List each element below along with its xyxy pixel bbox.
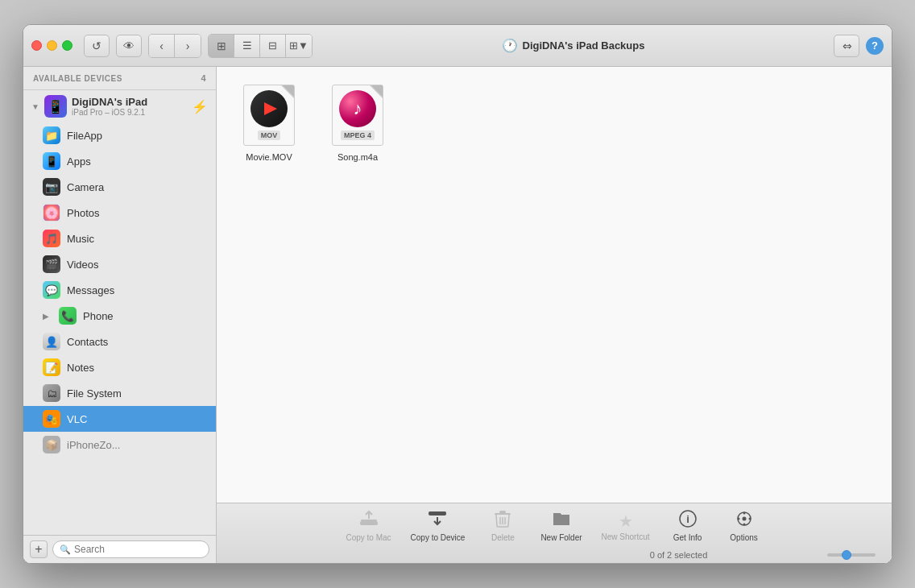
main-area: AVAILABLE DEVICES 4 ▼ 📱 DigiDNA's iPad i…	[23, 67, 892, 563]
svg-point-12	[737, 518, 739, 520]
bottom-toolbar: Copy to Mac Copy to Device	[217, 503, 892, 563]
nav-buttons: ‹ ›	[148, 34, 201, 58]
forward-button[interactable]: ›	[175, 35, 201, 57]
sidebar-footer: + 🔍	[23, 535, 216, 563]
options-button[interactable]: Options	[716, 507, 772, 545]
notes-label: Notes	[67, 362, 94, 374]
new-folder-button[interactable]: New Folder	[531, 507, 591, 545]
phone-icon: 📞	[59, 307, 77, 325]
sidebar-item-music[interactable]: 🎵 Music	[23, 226, 216, 251]
copy-to-device-button[interactable]: Copy to Device	[401, 507, 475, 545]
svg-point-10	[743, 512, 745, 515]
search-box[interactable]: 🔍	[52, 540, 209, 558]
history-icon: 🕐	[502, 38, 518, 53]
help-icon: ?	[872, 39, 878, 52]
sidebar-item-fileapp[interactable]: 📁 FileApp	[23, 122, 216, 148]
apps-label: Apps	[67, 155, 91, 168]
partial-icon: 📦	[43, 436, 60, 453]
minimize-button[interactable]	[47, 40, 57, 51]
sidebar-item-camera[interactable]: 📷 Camera	[23, 174, 216, 200]
forward-icon: ›	[186, 39, 190, 52]
svg-point-13	[748, 518, 751, 520]
grid-icon: ⊞	[217, 39, 226, 52]
slider-thumb[interactable]	[842, 550, 851, 560]
sidebar: AVAILABLE DEVICES 4 ▼ 📱 DigiDNA's iPad i…	[23, 67, 217, 563]
status-text: 0 of 2 selected	[530, 550, 827, 560]
song-filename: Song.m4a	[337, 152, 378, 162]
device-item[interactable]: ▼ 📱 DigiDNA's iPad iPad Pro – iOS 9.2.1 …	[23, 90, 216, 122]
new-shortcut-label: New Shortcut	[602, 532, 650, 541]
sidebar-header: AVAILABLE DEVICES 4	[23, 67, 216, 90]
device-subtitle: iPad Pro – iOS 9.2.1	[72, 108, 147, 117]
apps-icon: 📱	[43, 152, 60, 170]
sidebar-item-phone[interactable]: ▶ 📞 Phone	[23, 303, 216, 329]
usb-icon: ⚡	[192, 99, 208, 114]
music-icon: 🎵	[43, 230, 60, 247]
status-bar: 0 of 2 selected	[225, 549, 884, 563]
delete-label: Delete	[491, 533, 515, 542]
sidebar-item-messages[interactable]: 💬 Messages	[23, 277, 216, 303]
back-button[interactable]: ‹	[149, 35, 175, 57]
svg-point-9	[742, 517, 746, 521]
photos-icon: 🌸	[43, 204, 60, 222]
new-shortcut-button[interactable]: ★ New Shortcut	[592, 508, 660, 545]
partial-label: iPhoneZo...	[67, 439, 121, 451]
add-button[interactable]: +	[30, 540, 48, 558]
sidebar-item-notes[interactable]: 📝 Notes	[23, 354, 216, 380]
svg-rect-3	[429, 511, 446, 516]
song-doc: ♪ MPEG 4	[332, 85, 383, 146]
device-icon: 📱	[44, 95, 67, 118]
zoom-slider[interactable]	[827, 553, 876, 557]
device-chevron-icon: ▼	[31, 102, 39, 111]
eye-button[interactable]: 👁	[116, 35, 142, 57]
delete-icon	[494, 510, 511, 532]
sidebar-item-vlc[interactable]: 🎭 VLC	[23, 406, 216, 432]
app-window: ↺ 👁 ‹ › ⊞ ☰ ⊟ ⊞▼	[23, 24, 892, 564]
delete-button[interactable]: Delete	[474, 507, 531, 545]
movie-filename: Movie.MOV	[246, 152, 292, 162]
more-icon: ⊞▼	[289, 39, 308, 52]
sidebar-item-filesystem[interactable]: 🗂 File System	[23, 380, 216, 406]
messages-label: Messages	[67, 284, 114, 296]
search-input[interactable]	[74, 544, 202, 555]
sidebar-item-contacts[interactable]: 👤 Contacts	[23, 329, 216, 354]
device-info: DigiDNA's iPad iPad Pro – iOS 9.2.1	[72, 96, 147, 117]
vlc-icon: 🎭	[43, 410, 60, 428]
view-list-button[interactable]: ☰	[234, 35, 260, 57]
copy-to-mac-button[interactable]: Copy to Mac	[336, 507, 400, 545]
copy-mac-icon	[359, 510, 379, 532]
help-button[interactable]: ?	[866, 37, 884, 55]
get-info-button[interactable]: i Get Info	[660, 507, 716, 545]
close-button[interactable]	[31, 40, 42, 51]
expand-icon: ⇔	[843, 39, 851, 52]
expand-button[interactable]: ⇔	[834, 35, 859, 57]
file-item-movie[interactable]: MOV Movie.MOV	[233, 83, 305, 162]
view-columns-button[interactable]: ⊟	[260, 35, 286, 57]
copy-device-label: Copy to Device	[411, 533, 466, 542]
view-grid-button[interactable]: ⊞	[209, 35, 234, 57]
window-title: DigiDNA's iPad Backups	[523, 39, 645, 52]
reload-button[interactable]: ↺	[84, 35, 110, 57]
view-more-button[interactable]: ⊞▼	[286, 35, 312, 57]
file-icon-song: ♪ MPEG 4	[325, 83, 390, 147]
svg-point-11	[743, 524, 745, 526]
messages-icon: 💬	[43, 281, 60, 299]
sidebar-item-partial[interactable]: 📦 iPhoneZo...	[23, 432, 216, 458]
sidebar-item-videos[interactable]: 🎬 Videos	[23, 251, 216, 277]
file-icon-movie: MOV	[237, 83, 301, 147]
file-item-song[interactable]: ♪ MPEG 4 Song.m4a	[321, 83, 394, 162]
sidebar-item-photos[interactable]: 🌸 Photos	[23, 200, 216, 226]
get-info-label: Get Info	[673, 533, 702, 542]
back-icon: ‹	[159, 39, 164, 52]
phone-chevron-icon: ▶	[43, 312, 49, 321]
photos-label: Photos	[67, 207, 99, 219]
eye-icon: 👁	[123, 39, 135, 52]
titlebar: ↺ 👁 ‹ › ⊞ ☰ ⊟ ⊞▼	[23, 25, 892, 67]
sidebar-items: ▼ 📱 DigiDNA's iPad iPad Pro – iOS 9.2.1 …	[23, 90, 216, 535]
fullscreen-button[interactable]	[62, 40, 72, 51]
reload-icon: ↺	[92, 39, 101, 52]
file-grid: MOV Movie.MOV ♪ MPEG 4	[217, 67, 892, 503]
camera-label: Camera	[67, 181, 104, 193]
contacts-label: Contacts	[67, 336, 108, 348]
sidebar-item-apps[interactable]: 📱 Apps	[23, 148, 216, 174]
